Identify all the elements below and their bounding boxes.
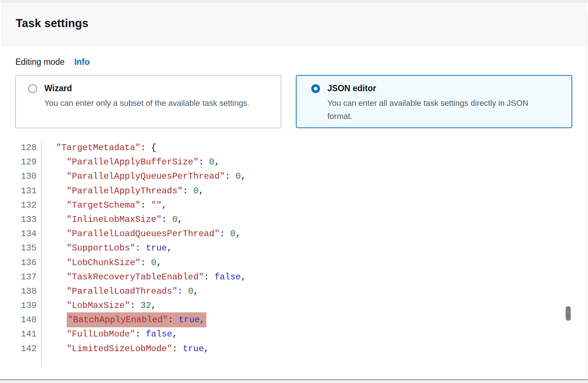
code-line[interactable]: 131 "ParallelApplyThreads": 0,: [0, 184, 565, 198]
line-number: 128: [0, 141, 37, 155]
line-number: 129: [0, 155, 37, 169]
code-line[interactable]: 136 "LobChunkSize": 0,: [0, 256, 565, 270]
line-number: 133: [0, 212, 37, 227]
code-line[interactable]: 142 "LimitedSizeLobMode": true,: [0, 342, 565, 356]
highlighted-code: "BatchApplyEnabled": true,: [67, 312, 206, 327]
code-line[interactable]: 132 "TargetSchema": "",: [0, 198, 565, 212]
editing-mode-options: Wizard You can enter only a subset of th…: [15, 75, 572, 128]
info-link[interactable]: Info: [74, 57, 90, 67]
code-line[interactable]: 138 "ParallelLoadThreads": 0,: [0, 284, 565, 298]
wizard-option-card[interactable]: Wizard You can enter only a subset of th…: [15, 75, 281, 128]
code-line[interactable]: 140 "BatchApplyEnabled": true,: [0, 313, 565, 327]
code-line[interactable]: 134 "ParallelLoadQueuesPerThread": 0,: [0, 227, 565, 241]
json-editor-radio-button[interactable]: [311, 84, 320, 93]
page-title: Task settings: [16, 17, 88, 30]
json-editor-option-card[interactable]: JSON editor You can enter all available …: [296, 75, 572, 128]
line-number: 130: [0, 169, 37, 183]
page-bottom-strip: [0, 380, 588, 383]
json-editor-option-label: JSON editor: [327, 83, 376, 93]
wizard-option-description: You can enter only a subset of the avail…: [44, 97, 272, 110]
wizard-option-label: Wizard: [44, 83, 72, 93]
panel-header: Task settings: [1, 3, 587, 45]
code-line[interactable]: 129 "ParallelApplyBufferSize": 0,: [0, 155, 565, 169]
line-number: 134: [0, 227, 37, 241]
line-number: 138: [0, 284, 37, 298]
page-top-strip: [0, 0, 588, 3]
line-number: 136: [0, 256, 37, 270]
line-number: 142: [0, 342, 37, 356]
line-number: 135: [0, 241, 37, 255]
code-line[interactable]: 137 "TaskRecoveryTableEnabled": false,: [0, 270, 565, 284]
page-right-border: [587, 10, 587, 383]
line-number: 141: [0, 327, 37, 341]
editor-scrollbar-thumb[interactable]: [566, 306, 571, 321]
line-number: 140: [0, 313, 37, 327]
line-number: 131: [0, 184, 37, 198]
code-line[interactable]: 139 "LobMaxSize": 32,: [0, 298, 565, 313]
line-number: 137: [0, 270, 37, 284]
editing-mode-label: Editing mode: [15, 57, 65, 67]
json-editor-option-top: JSON editor: [311, 83, 563, 93]
line-number: 139: [0, 298, 37, 313]
code-line[interactable]: 128 "TargetMetadata": {: [0, 141, 565, 155]
json-editor-option-description: You can enter all available task setting…: [327, 97, 547, 123]
wizard-option-top: Wizard: [28, 83, 272, 93]
wizard-radio-button[interactable]: [28, 84, 37, 93]
editing-mode-row: Editing mode Info: [15, 57, 90, 67]
code-line[interactable]: 133 "InlineLobMaxSize": 0,: [0, 212, 565, 227]
code-editor[interactable]: 128 "TargetMetadata": {129 "ParallelAppl…: [0, 141, 565, 356]
code-line[interactable]: 141 "FullLobMode": false,: [0, 327, 565, 341]
line-number: 132: [0, 198, 37, 212]
code-line[interactable]: 135 "SupportLobs": true,: [0, 241, 565, 255]
code-line[interactable]: 130 "ParallelApplyQueuesPerThread": 0,: [0, 169, 565, 183]
